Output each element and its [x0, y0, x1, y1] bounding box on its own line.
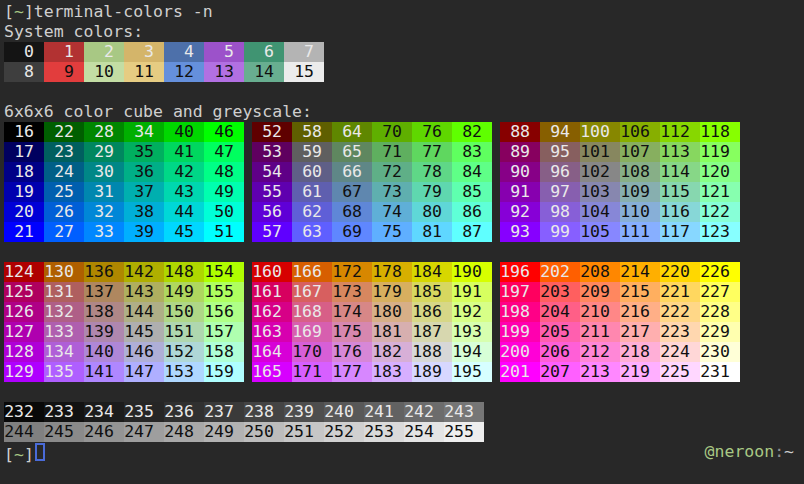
- color-cell-171: 171: [292, 362, 332, 382]
- color-cell-79: 79: [412, 182, 452, 202]
- color-cell-131: 131: [44, 282, 84, 302]
- color-cell-16: 16: [4, 122, 44, 142]
- color-cell-112: 112: [660, 122, 700, 142]
- color-cell-21: 21: [4, 222, 44, 242]
- color-cell-89: 89: [500, 142, 540, 162]
- color-cell-56: 56: [252, 202, 292, 222]
- cube-block-row: 576369758187: [252, 222, 492, 242]
- color-cell-188: 188: [412, 342, 452, 362]
- color-cell-45: 45: [164, 222, 204, 242]
- color-cell-3: 3: [124, 42, 164, 62]
- cube-block-160: 1601661721781841901611671731791851911621…: [252, 262, 492, 382]
- color-cell-41: 41: [164, 142, 204, 162]
- color-cell-137: 137: [84, 282, 124, 302]
- color-cell-68: 68: [332, 202, 372, 222]
- color-cell-65: 65: [332, 142, 372, 162]
- color-cell-7: 7: [284, 42, 324, 62]
- color-cube-row-top: 1622283440461723293541471824303642481925…: [4, 122, 804, 242]
- color-cell-180: 180: [372, 302, 412, 322]
- color-cell-135: 135: [44, 362, 84, 382]
- color-cell-23: 23: [44, 142, 84, 162]
- bottom-prompt: [~]: [4, 442, 45, 462]
- color-cell-111: 111: [620, 222, 660, 242]
- color-cell-166: 166: [292, 262, 332, 282]
- color-cell-5: 5: [204, 42, 244, 62]
- cube-block-row: 161167173179185191: [252, 282, 492, 302]
- color-cell-196: 196: [500, 262, 540, 282]
- color-cell-92: 92: [500, 202, 540, 222]
- color-cell-169: 169: [292, 322, 332, 342]
- cube-block-row: 202632384450: [4, 202, 244, 222]
- color-cell-103: 103: [580, 182, 620, 202]
- color-cell-239: 239: [284, 402, 324, 422]
- color-cell-98: 98: [540, 202, 580, 222]
- color-cell-4: 4: [164, 42, 204, 62]
- cube-block-row: 196202208214220226: [500, 262, 740, 282]
- color-cell-253: 253: [364, 422, 404, 442]
- color-cell-200: 200: [500, 342, 540, 362]
- color-cell-116: 116: [660, 202, 700, 222]
- color-cell-84: 84: [452, 162, 492, 182]
- cube-block-row: 162228344046: [4, 122, 244, 142]
- cube-block-row: 535965717783: [252, 142, 492, 162]
- color-cell-154: 154: [204, 262, 244, 282]
- color-cell-165: 165: [252, 362, 292, 382]
- color-cell-47: 47: [204, 142, 244, 162]
- cube-block-row: 525864707682: [252, 122, 492, 142]
- color-cell-168: 168: [292, 302, 332, 322]
- color-cell-71: 71: [372, 142, 412, 162]
- color-cell-181: 181: [372, 322, 412, 342]
- color-cell-19: 19: [4, 182, 44, 202]
- cube-block-88: 8894100106112118899510110711311990961021…: [500, 122, 740, 242]
- color-cell-102: 102: [580, 162, 620, 182]
- color-cell-198: 198: [500, 302, 540, 322]
- cube-block-row: 164170176182188194: [252, 342, 492, 362]
- color-cell-192: 192: [452, 302, 492, 322]
- color-cell-226: 226: [700, 262, 740, 282]
- terminal-screen[interactable]: [~]terminal-colors -n System colors: 012…: [0, 0, 804, 484]
- color-cell-55: 55: [252, 182, 292, 202]
- prompt-bracket-open: [: [4, 2, 14, 21]
- shell-prompt-line: [~] @neroon:~: [4, 442, 804, 462]
- greyscale-row-244-255: 244245246247248249250251252253254255: [4, 422, 804, 442]
- color-cell-95: 95: [540, 142, 580, 162]
- cube-block-row: 201207213219225231: [500, 362, 740, 382]
- color-cell-205: 205: [540, 322, 580, 342]
- color-cell-201: 201: [500, 362, 540, 382]
- color-cell-33: 33: [84, 222, 124, 242]
- terminal-cursor[interactable]: [35, 443, 45, 461]
- color-cell-247: 247: [124, 422, 164, 442]
- color-cell-214: 214: [620, 262, 660, 282]
- color-cell-37: 37: [124, 182, 164, 202]
- color-cell-2: 2: [84, 42, 124, 62]
- color-cell-24: 24: [44, 162, 84, 182]
- color-cell-124: 124: [4, 262, 44, 282]
- blank-line: [4, 382, 804, 402]
- color-cell-219: 219: [620, 362, 660, 382]
- color-cell-123: 123: [700, 222, 740, 242]
- color-cell-51: 51: [204, 222, 244, 242]
- color-cell-34: 34: [124, 122, 164, 142]
- color-cell-207: 207: [540, 362, 580, 382]
- cube-block-row: 160166172178184190: [252, 262, 492, 282]
- color-cell-6: 6: [244, 42, 284, 62]
- color-cell-139: 139: [84, 322, 124, 342]
- color-cell-138: 138: [84, 302, 124, 322]
- color-cell-106: 106: [620, 122, 660, 142]
- color-cell-184: 184: [412, 262, 452, 282]
- color-cell-62: 62: [292, 202, 332, 222]
- color-cell-13: 13: [204, 62, 244, 82]
- color-cell-163: 163: [252, 322, 292, 342]
- color-cell-227: 227: [700, 282, 740, 302]
- color-cell-36: 36: [124, 162, 164, 182]
- color-cell-121: 121: [700, 182, 740, 202]
- color-cell-232: 232: [4, 402, 44, 422]
- color-cell-87: 87: [452, 222, 492, 242]
- color-cell-26: 26: [44, 202, 84, 222]
- cube-block-row: 172329354147: [4, 142, 244, 162]
- color-cell-42: 42: [164, 162, 204, 182]
- cube-block-row: 546066727884: [252, 162, 492, 182]
- color-cell-218: 218: [620, 342, 660, 362]
- prompt-bracket-open: [: [4, 445, 14, 464]
- color-cell-167: 167: [292, 282, 332, 302]
